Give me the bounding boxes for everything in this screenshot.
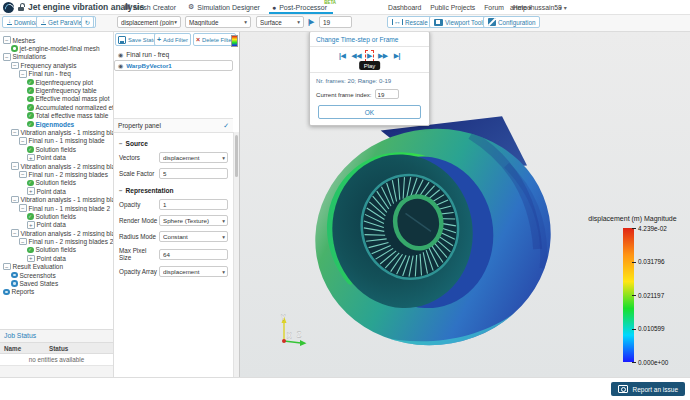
frame-number-input[interactable] — [319, 16, 352, 28]
nav-public-projects[interactable]: Public Projects — [430, 4, 475, 11]
tree-item-vibration-analysis-2-missing-blades-2[interactable]: −Vibration analysis - 2 missing blades 2 — [0, 229, 113, 237]
tree-item-solution-fields[interactable]: ✓Solution fields — [0, 145, 113, 153]
tree-item-final-run-1-missing-blade[interactable]: −Final run - 1 missing blade — [0, 137, 113, 145]
tree-item-accumulated-normalized-effective[interactable]: ✓Accumulated normalized effective ... — [0, 103, 113, 111]
tree-item-final-run-1-missing-blade-2[interactable]: −Final run - 1 missing blade 2 — [0, 204, 113, 212]
field-select-render-mode[interactable]: Sphere (Texture)▾ — [159, 215, 228, 226]
tab-simulation-designer[interactable]: ⚙Simulation Designer — [188, 0, 260, 14]
filter-item-final-run-freq[interactable]: ◉Final run - freq — [114, 49, 233, 60]
tree-item-vibration-analysis-1-missing-blade-2[interactable]: −Vibration analysis - 1 missing blade 2 — [0, 195, 113, 203]
filter-item-warpbyvector1[interactable]: ◉WarpByVector1 — [114, 60, 233, 71]
tree-item-reports[interactable]: Reports — [0, 288, 113, 296]
check-icon: ✓ — [27, 79, 34, 86]
tree-item-label: Solution fields — [36, 213, 76, 220]
tree-item-point-data[interactable]: +Point data — [0, 187, 113, 195]
representation-select[interactable]: Surface ▾ — [256, 16, 304, 28]
save-state-button[interactable]: Save State — [115, 33, 159, 46]
tree-item-meshes[interactable]: −Meshes — [0, 36, 113, 44]
tree-item-eigenfrequency-plot[interactable]: ✓Eigenfrequency plot — [0, 78, 113, 86]
colormap-icon[interactable] — [231, 35, 238, 47]
delete-filter-label: Delete Filter — [202, 37, 233, 43]
component-select[interactable]: Magnitude ▾ — [185, 16, 251, 28]
section-header-representation[interactable]: −Representation — [119, 187, 228, 194]
tree-item-label: Final run - 1 missing blade — [29, 137, 105, 144]
previous-frame-button[interactable]: ◀◀ — [351, 52, 361, 60]
section-header-source[interactable]: −Source — [119, 140, 228, 147]
tree-item-screenshots[interactable]: Screenshots — [0, 271, 113, 279]
scrollbar-track[interactable] — [233, 132, 239, 378]
collapse-icon: − — [19, 171, 27, 179]
tree-item-solution-fields[interactable]: ✓Solution fields — [0, 179, 113, 187]
current-frame-label: Current frame index: — [316, 91, 372, 98]
tree-item-solution-fields[interactable]: ✓Solution fields — [0, 246, 113, 254]
tree-item-label: Vibration analysis - 2 missing blades — [21, 163, 114, 170]
report-issue-button[interactable]: Report an issue — [611, 382, 685, 396]
scrollbar-thumb[interactable] — [235, 135, 238, 177]
chevron-down-icon: ▾ — [564, 4, 567, 11]
field-select-opacity-array[interactable]: displacement▾ — [159, 266, 228, 277]
tree-item-label: Point data — [37, 255, 66, 262]
field-input-max-pixel-size[interactable] — [159, 249, 228, 260]
component-select-value: Magnitude — [189, 19, 244, 26]
rescale-button[interactable]: ↔ Rescale — [387, 16, 433, 28]
tree-item-total-effective-mass-table[interactable]: ✓Total effective mass table — [0, 112, 113, 120]
simscale-logo-icon[interactable] — [3, 2, 14, 13]
viewport-3d[interactable]: Y X Z Change Time-step or Frame |◀◀◀▶▶▶▶… — [240, 31, 690, 378]
download-icon: ↓ — [7, 19, 12, 25]
last-frame-button[interactable]: ▶| — [394, 52, 400, 60]
field-input-opacity[interactable] — [159, 199, 228, 210]
next-frame-button[interactable]: ▶▶ — [378, 52, 388, 60]
lock-icon — [18, 3, 25, 12]
nav-forum[interactable]: Forum — [484, 4, 504, 11]
tree-item-eigenmodes[interactable]: ✓Eigenmodes — [0, 120, 113, 128]
tree-item-saved-states[interactable]: Saved States — [0, 279, 113, 287]
representation-select-value: Surface — [260, 19, 297, 26]
expand-icon: + — [27, 187, 35, 195]
collapse-icon: − — [3, 263, 11, 271]
plus-icon: + — [157, 36, 161, 43]
viewport-tools-button[interactable]: Viewport Tools — [429, 16, 491, 28]
ok-button[interactable]: OK — [318, 105, 421, 119]
tree-item-point-data[interactable]: +Point data — [0, 153, 113, 161]
tree-item-jet-engine-model-final-mesh[interactable]: jet-engine-model-final mesh — [0, 44, 113, 52]
tree-item-result-evaluation[interactable]: −Result Evaluation — [0, 263, 113, 271]
property-panel-header[interactable]: Property panel ✓ — [114, 118, 233, 133]
tree-item-final-run-freq[interactable]: −Final run - freq — [0, 70, 113, 78]
tree-item-point-data[interactable]: +Point data — [0, 254, 113, 262]
tree-item-frequency-analysis[interactable]: −Frequency analysis — [0, 61, 113, 69]
nav-dashboard[interactable]: Dashboard — [388, 4, 421, 11]
tree-item-final-run-2-missing-blades[interactable]: −Final run - 2 missing blades — [0, 170, 113, 178]
tree-item-label: Point data — [37, 188, 66, 195]
tab-mesh-creator[interactable]: ▦Mesh Creator — [124, 0, 176, 14]
tree-item-vibration-analysis-2-missing-blades[interactable]: −Vibration analysis - 2 missing blades — [0, 162, 113, 170]
delete-filter-button[interactable]: × Delete Filter — [193, 33, 236, 46]
configuration-button[interactable]: Configuration — [483, 16, 540, 28]
tree-item-effective-modal-mass-plot[interactable]: ✓Effective modal mass plot — [0, 95, 113, 103]
tree-item-final-run-2-missing-blades-2[interactable]: −Final run - 2 missing blades 2 — [0, 237, 113, 245]
tree-item-simulations[interactable]: −Simulations — [0, 53, 113, 61]
axis-z-label: Z — [297, 331, 301, 338]
add-filter-button[interactable]: + Add Filter — [154, 33, 191, 46]
play-frame-icon[interactable]: |▶ — [308, 16, 313, 28]
field-select-radius-mode[interactable]: Constant▾ — [159, 231, 228, 242]
refresh-button[interactable]: ↻ — [81, 16, 94, 28]
tree-item-solution-fields[interactable]: ✓Solution fields — [0, 212, 113, 220]
check-icon: ✓ — [27, 121, 34, 128]
first-frame-button[interactable]: |◀ — [339, 52, 345, 60]
field-select[interactable]: displacement (point data) ▾ — [117, 16, 181, 28]
tree-item-point-data[interactable]: +Point data — [0, 221, 113, 229]
current-frame-input[interactable] — [375, 89, 399, 99]
apps-menu[interactable]: ▾ — [559, 0, 562, 14]
play-button[interactable]: ▶ — [367, 52, 372, 60]
tree-item-eigenfrequency-table[interactable]: ✓Eigenfrequency table — [0, 86, 113, 94]
property-row-radius-mode: Radius ModeConstant▾ — [119, 231, 228, 242]
job-status-panel: Job Status Name Status no entities avail… — [0, 329, 113, 378]
tree-item-vibration-analysis-1-missing-blade[interactable]: −Vibration analysis - 1 missing blade — [0, 128, 113, 136]
field-label: Vectors — [119, 154, 159, 161]
field-select-vectors[interactable]: displacement▾ — [159, 152, 228, 163]
tab-post-processor[interactable]: ●Post-ProcessorBETA — [272, 0, 327, 14]
collapse-icon: − — [19, 137, 27, 145]
section-title: Representation — [126, 187, 174, 194]
app-window: Jet engine vibration analysis ▦Mesh Crea… — [0, 0, 690, 400]
field-input-scale-factor[interactable] — [159, 168, 228, 179]
